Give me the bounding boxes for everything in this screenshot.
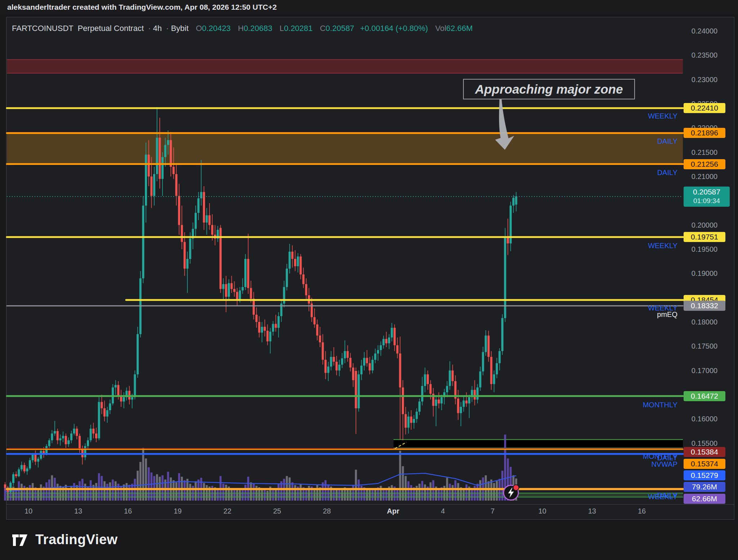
candle-body <box>427 374 429 384</box>
lightning-alert-icon[interactable] <box>503 485 519 501</box>
candle-body <box>283 287 285 304</box>
low-label: L <box>275 24 284 33</box>
volume-bar <box>454 480 457 501</box>
volume-bar <box>341 489 343 501</box>
volume-bar <box>350 490 352 501</box>
candle-body <box>178 196 180 225</box>
price-axis-tick: 0.21000 <box>683 173 726 181</box>
volume-bar <box>40 484 42 501</box>
candle-body <box>115 385 117 387</box>
volume-bar <box>90 480 92 501</box>
close-value: 0.20587 <box>326 24 355 33</box>
candle-body <box>95 434 97 438</box>
volume-bar <box>131 484 133 501</box>
low-value: 0.20281 <box>284 24 313 33</box>
candle-body <box>430 384 432 394</box>
candle-body <box>363 358 365 366</box>
alert-dot <box>513 484 519 491</box>
candle-body <box>498 351 501 363</box>
candle-body <box>449 371 451 386</box>
volume-bar <box>457 483 459 501</box>
candle-body <box>305 284 307 295</box>
candle-body <box>344 351 346 358</box>
candle-body <box>222 284 224 289</box>
price-axis-tick: 0.17500 <box>683 342 726 350</box>
volume-bar <box>68 488 70 501</box>
candle-body <box>302 274 304 284</box>
candle-body <box>65 436 67 444</box>
change-value: +0.00164 (+0.80%) <box>356 24 428 33</box>
volume-badge-79.26M: 79.26M <box>684 482 725 492</box>
candle-body <box>247 259 249 288</box>
candle-body <box>264 327 266 331</box>
candle-body <box>231 283 233 289</box>
candle-body <box>62 436 64 438</box>
tradingview-logo[interactable]: TradingView <box>11 530 118 549</box>
time-axis-tick: Apr <box>387 507 399 515</box>
level-label-daily: DAILY <box>657 169 677 177</box>
candle-body <box>266 331 268 341</box>
candle-body <box>170 140 172 167</box>
volume-bar <box>496 481 498 501</box>
volume-bar <box>184 480 186 501</box>
interval[interactable]: 4h <box>153 24 161 33</box>
price-badge-0.22410: 0.22410 <box>684 103 725 113</box>
volume-bar <box>493 483 495 501</box>
symbol-header[interactable]: FARTCOINUSDT Perpetual Contract ·4h ·Byb… <box>12 24 473 33</box>
candle-body <box>460 407 462 413</box>
candle-body <box>48 440 50 446</box>
candle-body <box>457 399 459 413</box>
candle-body <box>59 438 61 440</box>
candle-body <box>76 429 78 436</box>
candle-body <box>40 451 42 459</box>
candle-body <box>255 315 258 322</box>
price-badge-0.21256: 0.21256 <box>684 159 725 169</box>
candle-body <box>117 385 119 396</box>
candle-body <box>493 374 495 384</box>
current-price: 0.20587 <box>684 187 730 197</box>
candle-body <box>183 242 186 269</box>
price-axis-tick: 0.18000 <box>683 318 726 326</box>
volume-bar <box>418 484 421 501</box>
candle-body <box>137 334 139 375</box>
time-axis-tick: 16 <box>638 507 646 515</box>
price-axis-tick: 0.23000 <box>683 75 726 84</box>
symbol-name[interactable]: FARTCOINUSDT <box>12 24 73 33</box>
candle-body <box>415 412 418 419</box>
candle-body <box>51 434 53 440</box>
time-axis-tick: 13 <box>74 507 82 515</box>
candle-body <box>355 371 357 408</box>
candle-body <box>388 337 390 343</box>
candle-body <box>512 198 515 206</box>
candle-body <box>173 167 175 174</box>
candle-body <box>440 397 443 404</box>
candle-body <box>34 455 36 462</box>
candle-body <box>4 484 6 488</box>
volume-bar <box>292 482 294 501</box>
volume-bar <box>151 472 153 501</box>
candle-body <box>476 387 479 400</box>
candle-body <box>507 237 509 243</box>
time-axis-tick: 19 <box>174 507 182 515</box>
candle-body <box>272 324 274 332</box>
volume-bar <box>272 489 274 501</box>
candle-body <box>275 324 277 328</box>
time-axis[interactable] <box>6 504 734 520</box>
candle-body <box>314 317 316 324</box>
price-axis-tick: 0.17000 <box>683 366 726 375</box>
volume-bar <box>305 488 307 501</box>
volume-bar <box>352 485 354 501</box>
candle-body <box>261 327 263 332</box>
candle-body <box>316 324 318 336</box>
candle-body <box>338 365 341 371</box>
candle-body <box>399 354 401 387</box>
time-axis-tick: 7 <box>490 507 494 515</box>
candle-body <box>446 386 448 393</box>
volume-bar <box>103 481 106 501</box>
candle-body <box>372 360 374 371</box>
annotation-textbox[interactable]: Approaching major zone <box>463 79 635 99</box>
volume-label: Vol <box>430 24 446 33</box>
candle-body <box>159 138 161 179</box>
candle-body <box>297 256 299 266</box>
candle-body <box>488 336 490 357</box>
